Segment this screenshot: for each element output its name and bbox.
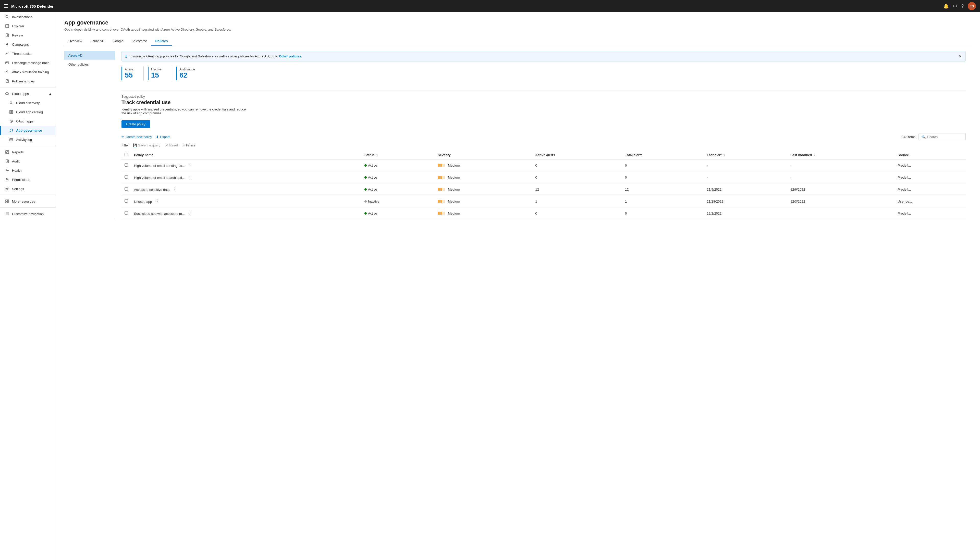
sidebar-item-explorer-label: Explorer (12, 24, 24, 28)
sidebar-item-cloud-app-catalog-label: Cloud app catalog (16, 110, 43, 114)
activity-log-icon (9, 137, 13, 142)
row-source: Predefi... (895, 159, 966, 172)
create-policy-button[interactable]: Create policy (122, 120, 150, 128)
info-banner-close[interactable]: ✕ (958, 54, 962, 59)
tab-google[interactable]: Google (108, 37, 127, 46)
filters-button[interactable]: ≡ Filters (182, 143, 196, 148)
sidebar-item-health-label: Health (12, 168, 22, 172)
sidebar-item-settings[interactable]: Settings (0, 184, 56, 193)
create-new-policy-button[interactable]: ✏ Create new policy (122, 135, 152, 139)
sidebar-item-explorer[interactable]: Explorer (0, 22, 56, 31)
row-checkbox-0[interactable] (125, 163, 128, 167)
status-info-icon: ℹ (377, 153, 378, 157)
row-active-alerts: 1 (532, 195, 622, 207)
left-panel-other-policies[interactable]: Other policies (64, 60, 115, 69)
audit-icon (5, 159, 10, 163)
explorer-icon (5, 24, 10, 28)
settings-icon[interactable]: ⚙ (953, 3, 957, 9)
sidebar-item-oauth-apps[interactable]: OAuth apps (0, 117, 56, 126)
sidebar-item-cloud-app-catalog[interactable]: Cloud app catalog (0, 107, 56, 117)
other-policies-link[interactable]: Other policies (279, 54, 301, 58)
page-tabs: Overview Azure AD Google Salesforce Poli… (64, 37, 972, 46)
search-input[interactable] (927, 135, 963, 139)
row-checkbox-3[interactable] (125, 199, 128, 203)
row-menu-button[interactable]: ⋮ (185, 174, 194, 181)
sidebar-item-policies-rules[interactable]: Policies & rules (0, 77, 56, 86)
svg-rect-18 (10, 112, 11, 113)
sidebar-item-attack-simulation-training[interactable]: Attack simulation training (0, 67, 56, 77)
row-checkbox-4[interactable] (125, 211, 128, 215)
sidebar-item-customize-navigation-label: Customize navigation (12, 212, 43, 216)
sidebar-item-health[interactable]: Health (0, 166, 56, 175)
help-icon[interactable]: ? (961, 3, 964, 9)
row-checkbox-1[interactable] (125, 175, 128, 178)
sidebar-item-exchange-label: Exchange message trace (12, 61, 50, 65)
table-row: High volume of email sending ac... ⋮ Act… (122, 159, 966, 172)
th-last-alert: Last alert ℹ (704, 151, 788, 159)
stats-row: Active 55 Inactive 15 Audit mode 62 (122, 67, 966, 80)
sidebar-item-threat-tracker-label: Threat tracker (12, 52, 33, 56)
row-last-alert: - (704, 172, 788, 183)
items-count: 132 items (901, 135, 915, 139)
sev-bar-2 (440, 176, 442, 179)
sidebar-item-app-governance[interactable]: App governance (0, 126, 56, 135)
notification-icon[interactable]: 🔔 (943, 3, 949, 9)
avatar[interactable]: JD (968, 2, 976, 10)
row-last-modified: 12/6/2022 (787, 183, 895, 195)
page-title: App governance (64, 19, 972, 26)
sidebar-item-customize-navigation[interactable]: Customize navigation (0, 209, 56, 218)
filter-row: Filter 💾 Save the query ✕ Reset ≡ Filter… (122, 143, 966, 148)
svg-rect-2 (4, 7, 8, 8)
sidebar-item-audit-label: Audit (12, 160, 20, 163)
select-all-checkbox[interactable] (125, 153, 128, 156)
th-last-modified[interactable]: Last modified ↓ (787, 151, 895, 159)
export-button[interactable]: ⬇ Export (156, 135, 170, 139)
attack-simulation-icon (5, 70, 10, 74)
sidebar-item-activity-log[interactable]: Activity log (0, 135, 56, 144)
row-menu-button[interactable]: ⋮ (170, 186, 179, 193)
row-policy-name: Unused app ⋮ (131, 195, 362, 207)
suggested-policy-section: Suggested policy Track credential use Id… (122, 95, 966, 115)
row-checkbox-2[interactable] (125, 187, 128, 191)
campaigns-icon (5, 42, 10, 47)
sidebar-item-reports[interactable]: Reports (0, 147, 56, 157)
sidebar-item-exchange-message-trace[interactable]: Exchange message trace (0, 58, 56, 67)
row-menu-button[interactable]: ⋮ (185, 210, 194, 217)
filter-label: Filter (122, 143, 129, 147)
sidebar-item-threat-tracker[interactable]: Threat tracker (0, 49, 56, 58)
tab-overview[interactable]: Overview (64, 37, 86, 46)
sev-bar-2 (440, 188, 442, 191)
split-layout: Azure AD Other policies ℹ To manage OAut… (64, 51, 972, 219)
severity-cell: Medium (438, 188, 529, 191)
tab-azure-ad[interactable]: Azure AD (86, 37, 108, 46)
sidebar-item-oauth-apps-label: OAuth apps (16, 119, 34, 123)
row-active-alerts: 0 (532, 159, 622, 172)
tab-salesforce[interactable]: Salesforce (127, 37, 151, 46)
row-menu-button[interactable]: ⋮ (153, 198, 162, 205)
reset-button: ✕ Reset (164, 143, 179, 148)
more-resources-icon (5, 199, 10, 203)
status-badge: Inactive (365, 200, 432, 203)
sidebar-item-investigations[interactable]: Investigations (0, 12, 56, 22)
sev-bar-3 (443, 188, 445, 191)
stat-audit-mode-value: 62 (179, 71, 195, 79)
info-banner: ℹ To manage OAuth app policies for Googl… (122, 51, 966, 62)
sidebar-item-permissions[interactable]: Permissions (0, 175, 56, 184)
row-status: Inactive (362, 195, 435, 207)
info-circle-icon: ℹ (125, 54, 127, 59)
row-total-alerts: 0 (622, 159, 703, 172)
sidebar-item-cloud-apps[interactable]: Cloud apps ▲ (0, 89, 56, 98)
sidebar-item-audit[interactable]: Audit (0, 157, 56, 166)
menu-icon[interactable] (4, 4, 8, 8)
sidebar-item-review[interactable]: Review (0, 31, 56, 40)
review-icon (5, 33, 10, 38)
sidebar-item-attack-simulation-label: Attack simulation training (12, 70, 49, 74)
sidebar-item-cloud-discovery[interactable]: Cloud discovery (0, 98, 56, 107)
row-menu-button[interactable]: ⋮ (185, 162, 194, 168)
suggested-policy-description: Identify apps with unused credentials, s… (122, 107, 249, 115)
sidebar-item-more-resources[interactable]: More resources (0, 197, 56, 206)
left-panel-azure-ad[interactable]: Azure AD (64, 51, 115, 60)
tab-policies[interactable]: Policies (151, 37, 172, 46)
sidebar-item-campaigns[interactable]: Campaigns (0, 40, 56, 49)
severity-cell: Medium (438, 175, 529, 179)
